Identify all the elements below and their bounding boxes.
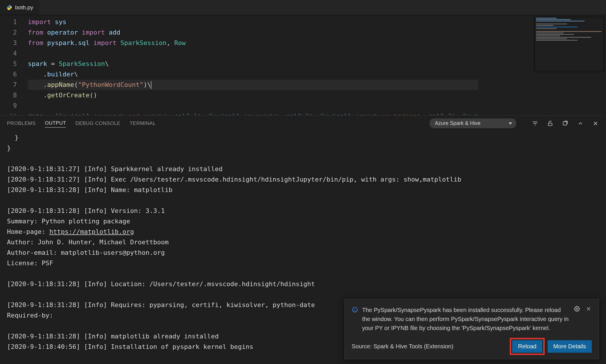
line-number-gutter: 12345678910 [0,15,23,115]
notification-toast: The PySpark/SynapsePyspark has been inst… [344,299,599,359]
output-channel-dropdown[interactable]: Azure Spark & Hive [429,118,516,128]
clear-output-icon[interactable] [562,120,569,127]
editor[interactable]: 12345678910 import sysfrom operator impo… [0,15,606,115]
chevron-up-icon[interactable] [577,120,584,127]
editor-tabbar: both.py [0,0,606,15]
close-panel-icon[interactable] [592,120,599,127]
reload-button[interactable]: Reload [512,340,542,353]
output-channel-label: Azure Spark & Hive [435,120,480,126]
toast-source: Source: Spark & Hive Tools (Extension) [352,342,512,351]
svg-point-3 [576,308,578,310]
output-link[interactable]: https://matplotlib.org [49,228,134,235]
svg-rect-1 [563,121,567,125]
editor-tab-label: both.py [15,4,33,11]
tab-output[interactable]: OUTPUT [45,119,66,128]
tab-debug-console[interactable]: DEBUG CONSOLE [75,119,120,128]
gear-icon[interactable] [574,306,580,312]
tab-problems[interactable]: PROBLEMS [7,119,35,128]
editor-tab[interactable]: both.py [0,0,40,15]
python-file-icon [6,5,12,10]
info-icon [352,306,358,313]
close-toast-icon[interactable] [585,306,592,312]
more-details-button[interactable]: More Details [548,340,592,353]
code-content[interactable]: import sysfrom operator import addfrom p… [23,15,478,115]
minimap[interactable] [535,17,604,72]
lock-icon[interactable] [547,120,554,127]
panel-tabbar: PROBLEMS OUTPUT DEBUG CONSOLE TERMINAL A… [0,116,606,131]
filter-icon[interactable] [532,120,539,127]
toast-message: The PySpark/SynapsePyspark has been inst… [362,306,570,333]
svg-rect-0 [548,123,552,125]
tab-terminal[interactable]: TERMINAL [130,119,156,128]
